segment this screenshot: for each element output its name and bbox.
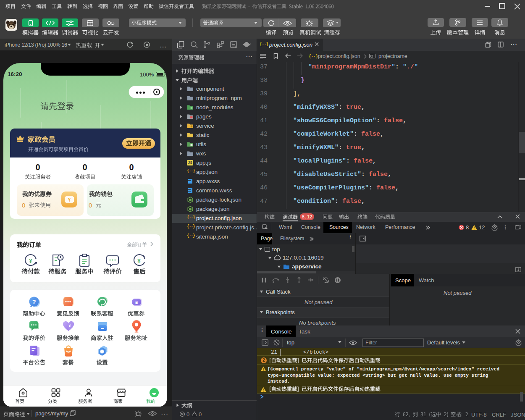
svg-text:¥: ¥ [29,257,33,264]
svg-text:¥: ¥ [135,300,138,305]
svg-text:?: ? [32,298,36,305]
svg-text:¥: ¥ [68,197,71,203]
svg-text:¥: ¥ [137,257,141,264]
